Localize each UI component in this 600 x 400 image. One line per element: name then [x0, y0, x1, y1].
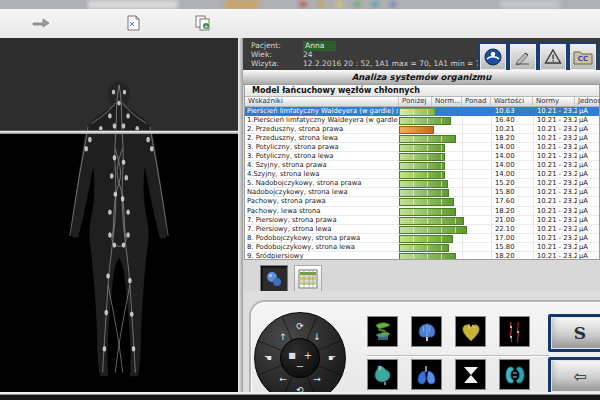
- table-row[interactable]: 7. Piersiowy, strona lewa22.1010.21 - 23…: [245, 225, 599, 234]
- row-value: 14.00: [495, 161, 533, 170]
- value-bar: [399, 253, 456, 259]
- value-bar: [399, 144, 445, 152]
- brain-icon: [415, 320, 439, 344]
- tab-body-view[interactable]: [260, 265, 288, 293]
- row-value: 21.00: [495, 216, 533, 225]
- dpad[interactable]: ↑ ⟳ ↓ ☚ ☛ ← ⟲ → ■ + −: [254, 312, 346, 400]
- row-norm: 10.21 - 23.20: [537, 225, 577, 234]
- copy-pages-icon[interactable]: a: [192, 13, 214, 33]
- row-norm: 10.21 - 23.20: [537, 188, 577, 197]
- table-row[interactable]: 4. Szyjny, strona prawa14.0010.21 - 23.2…: [245, 161, 599, 170]
- dpad-center: [280, 338, 320, 378]
- value-bar: [399, 171, 445, 179]
- dpad-stop-icon[interactable]: ■: [288, 352, 296, 360]
- dpad-hand-left-icon[interactable]: ☚: [264, 354, 272, 363]
- hourglass-button[interactable]: [455, 359, 486, 390]
- table-row[interactable]: Pachowy, strona prawa17.6010.21 - 23.20µ…: [245, 197, 599, 206]
- row-indicator-label: Pierścień limfatyczny Waldeyera (w gardl…: [247, 107, 398, 116]
- table-row[interactable]: 4.Szyjny, strona lewa14.0010.21 - 23.20µ…: [245, 170, 599, 179]
- column-header[interactable]: Wartości: [491, 97, 533, 106]
- table-row[interactable]: 3. Potyliczny, strona lewa14.0010.21 - 2…: [245, 152, 599, 161]
- main-toolbar: a: [0, 9, 600, 39]
- table-row[interactable]: 7. Piersiowy, strona prawa21.0010.21 - 2…: [245, 216, 599, 225]
- lungs-button[interactable]: [411, 359, 442, 390]
- row-unit: µA: [579, 243, 599, 252]
- row-indicator-label: 4.Szyjny, strona lewa: [247, 170, 398, 179]
- row-value: 10.21: [495, 125, 533, 134]
- desktop-blob: [390, 2, 396, 7]
- heart-button[interactable]: [455, 316, 486, 347]
- column-header[interactable]: Ponad: [462, 97, 491, 106]
- value-bar: [399, 117, 451, 125]
- heart-icon: [459, 320, 483, 344]
- column-header[interactable]: Norm...: [432, 97, 462, 106]
- table-row[interactable]: 3. Potyliczny, strona prawa14.0010.21 - …: [245, 143, 599, 152]
- table-row[interactable]: 5. Nadobojczykowy, strona prawa15.2010.2…: [245, 179, 599, 188]
- lymph-node-table: Model łańcuchowy węzłów chłonnych Wskaźn…: [244, 84, 600, 260]
- value-bar: [399, 108, 435, 116]
- table-row[interactable]: 2. Przeduszny, strona prawa10.2110.21 - …: [245, 125, 599, 134]
- control-panel: ↑ ⟳ ↓ ☚ ☛ ← ⟲ → ■ + −: [249, 300, 600, 400]
- stomach-button[interactable]: [367, 359, 398, 390]
- dpad-left-icon[interactable]: ←: [279, 375, 287, 384]
- row-indicator-label: 4. Szyjny, strona prawa: [247, 161, 398, 170]
- table-row[interactable]: Nadobojczykowy, strona lewa15.8010.21 - …: [245, 188, 599, 197]
- table-row[interactable]: Pierścień limfatyczny Waldeyera (w gardl…: [245, 107, 599, 116]
- dpad-hand-right-icon[interactable]: ☛: [328, 354, 336, 363]
- column-header[interactable]: Jednostki: [575, 97, 600, 106]
- patient-card-button[interactable]: [478, 42, 508, 72]
- table-row[interactable]: 8. Podobojczykowy, strona prawa17.0010.2…: [245, 234, 599, 243]
- back-button[interactable]: ⇦: [548, 357, 600, 395]
- row-indicator-label: 3. Potyliczny, strona lewa: [247, 152, 398, 161]
- row-indicator-label: 1.Pierścień limfatyczny Waldeyera (w gar…: [247, 116, 398, 125]
- table-row[interactable]: 9. Śródpiersiowy18.2010.21 - 23.20µA: [245, 252, 599, 259]
- table-grid-icon: [298, 269, 318, 289]
- dpad-zoom-out-icon[interactable]: −: [296, 363, 304, 371]
- value-bar: [399, 235, 453, 243]
- brain-button[interactable]: [411, 316, 442, 347]
- dpad-up-left-icon[interactable]: ↑: [279, 333, 287, 342]
- anatomy-view[interactable]: [0, 38, 238, 400]
- dpad-down-right-icon[interactable]: ↓: [313, 333, 321, 342]
- forward-arrow-icon[interactable]: [30, 13, 52, 33]
- row-value: 17.60: [495, 197, 533, 206]
- column-header[interactable]: Wskaźniki: [245, 97, 399, 106]
- row-value: 14.00: [495, 170, 533, 179]
- row-value: 10.63: [495, 107, 533, 116]
- value-bar: [399, 244, 449, 252]
- dpad-rotate-icon[interactable]: ⟳: [296, 322, 304, 331]
- row-value: 17.00: [495, 234, 533, 243]
- row-value: 18.20: [495, 134, 533, 143]
- table-row[interactable]: Pachowy, lewa strona18.2010.21 - 23.20µA: [245, 207, 599, 216]
- dpad-zoom-in-icon[interactable]: +: [304, 352, 312, 360]
- hourglass-icon: [460, 364, 482, 386]
- value-bar: [399, 189, 449, 197]
- start-button[interactable]: S: [548, 314, 600, 352]
- value-bar: [399, 217, 464, 225]
- cc-folder-button[interactable]: CC: [568, 42, 598, 72]
- patient-card-icon: [484, 48, 502, 66]
- stomach-icon: [371, 363, 395, 387]
- report-document-icon[interactable]: [122, 13, 144, 33]
- value-bar: [399, 153, 445, 161]
- row-norm: 10.21 - 23.20: [537, 179, 577, 188]
- kidneys-button[interactable]: [499, 359, 530, 390]
- table-row[interactable]: 8. Podobojczykowy, strona lewa15.8010.21…: [245, 243, 599, 252]
- warning-button[interactable]: [538, 42, 568, 72]
- intestines-button[interactable]: [367, 316, 398, 347]
- row-norm: 10.21 - 23.20: [537, 152, 577, 161]
- dpad-right-icon[interactable]: →: [313, 375, 321, 384]
- column-header[interactable]: Normy: [533, 97, 575, 106]
- column-header[interactable]: Poniżej: [399, 97, 432, 106]
- vessels-button[interactable]: [499, 316, 530, 347]
- row-value: 18.20: [495, 252, 533, 259]
- table-row[interactable]: 1.Pierścień limfatyczny Waldeyera (w gar…: [245, 116, 599, 125]
- row-unit: µA: [579, 116, 599, 125]
- tab-table-view[interactable]: [294, 265, 322, 293]
- desktop-blob: [500, 0, 560, 9]
- row-value: 14.00: [495, 143, 533, 152]
- desktop-blob: [300, 2, 306, 7]
- row-indicator-label: 2. Przeduszny, strona prawa: [247, 125, 398, 134]
- edit-notes-button[interactable]: [508, 42, 538, 72]
- table-row[interactable]: 2. Przeduszny, strona lewa18.2010.21 - 2…: [245, 134, 599, 143]
